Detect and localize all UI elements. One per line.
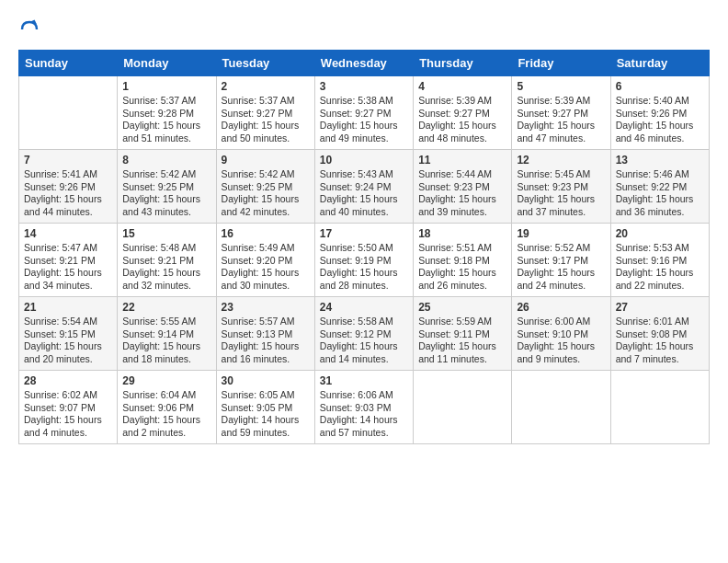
day-info-line: Daylight: 15 hours [320, 120, 408, 132]
day-info-line: Sunrise: 5:55 AM [122, 316, 210, 328]
day-info-line: Sunset: 9:27 PM [517, 108, 605, 121]
calendar-cell: 13Sunrise: 5:46 AMSunset: 9:22 PMDayligh… [610, 150, 709, 224]
day-info-line: Sunrise: 5:53 AM [616, 242, 704, 255]
calendar-cell: 9Sunrise: 5:42 AMSunset: 9:25 PMDaylight… [216, 150, 314, 224]
day-info-line: and 37 minutes. [517, 206, 605, 219]
day-info-line: and 43 minutes. [122, 206, 210, 219]
day-info-line: Daylight: 15 hours [222, 267, 310, 280]
calendar-cell: 6Sunrise: 5:40 AMSunset: 9:26 PMDaylight… [610, 76, 709, 150]
calendar-table: SundayMondayTuesdayWednesdayThursdayFrid… [18, 50, 710, 444]
day-info-line: Sunrise: 5:41 AM [24, 168, 112, 181]
day-number: 5 [517, 80, 605, 93]
day-info-line: Sunset: 9:20 PM [222, 255, 310, 268]
day-number: 18 [418, 227, 506, 240]
calendar-cell: 30Sunrise: 6:05 AMSunset: 9:05 PMDayligh… [216, 371, 314, 444]
calendar-week-2: 7Sunrise: 5:41 AMSunset: 9:26 PMDaylight… [19, 150, 710, 224]
day-number: 24 [320, 301, 408, 314]
day-number: 22 [122, 301, 210, 314]
day-info-line: and 7 minutes. [616, 353, 704, 366]
calendar-cell: 27Sunrise: 6:01 AMSunset: 9:08 PMDayligh… [610, 297, 709, 371]
day-info-line: Daylight: 15 hours [616, 267, 704, 280]
day-info-line: Sunset: 9:03 PM [320, 402, 408, 415]
calendar-cell: 18Sunrise: 5:51 AMSunset: 9:18 PMDayligh… [414, 224, 512, 297]
day-info-line: and 32 minutes. [122, 280, 210, 293]
day-info-line: Sunrise: 6:01 AM [616, 316, 704, 328]
calendar-cell: 23Sunrise: 5:57 AMSunset: 9:13 PMDayligh… [216, 297, 314, 371]
day-info-line: Daylight: 15 hours [517, 267, 605, 280]
day-info-line: Sunset: 9:21 PM [24, 255, 112, 268]
calendar-week-3: 14Sunrise: 5:47 AMSunset: 9:21 PMDayligh… [19, 224, 710, 297]
day-number: 7 [24, 154, 112, 167]
day-info-line: Daylight: 15 hours [616, 120, 704, 132]
calendar-cell: 15Sunrise: 5:48 AMSunset: 9:21 PMDayligh… [118, 224, 216, 297]
weekday-header-sunday: Sunday [19, 51, 118, 76]
day-info-line: and 57 minutes. [320, 427, 408, 440]
day-info-line: Sunrise: 5:42 AM [122, 168, 210, 181]
day-number: 10 [320, 154, 408, 167]
day-info-line: Sunrise: 5:38 AM [320, 95, 408, 108]
calendar-cell: 31Sunrise: 6:06 AMSunset: 9:03 PMDayligh… [314, 371, 413, 444]
day-info-line: Daylight: 15 hours [320, 267, 408, 280]
day-info-line: Sunset: 9:24 PM [320, 181, 408, 194]
calendar-header: SundayMondayTuesdayWednesdayThursdayFrid… [19, 51, 710, 76]
day-info-line: Sunrise: 6:00 AM [517, 316, 605, 328]
day-info-line: Sunrise: 6:05 AM [222, 389, 310, 402]
day-info-line: Sunset: 9:27 PM [222, 108, 310, 121]
calendar-cell: 1Sunrise: 5:37 AMSunset: 9:28 PMDaylight… [118, 76, 216, 150]
day-info-line: Sunset: 9:06 PM [122, 402, 210, 415]
day-info-line: Daylight: 15 hours [122, 414, 210, 427]
day-info-line: Daylight: 15 hours [320, 193, 408, 206]
day-info-line: Sunset: 9:15 PM [24, 328, 112, 341]
calendar-cell: 17Sunrise: 5:50 AMSunset: 9:19 PMDayligh… [314, 224, 413, 297]
day-number: 21 [24, 301, 112, 314]
day-info-line: Daylight: 15 hours [517, 193, 605, 206]
day-number: 27 [616, 301, 704, 314]
day-number: 2 [222, 80, 310, 93]
day-info-line: and 40 minutes. [320, 206, 408, 219]
day-info-line: and 4 minutes. [24, 427, 112, 440]
day-info-line: Sunset: 9:07 PM [24, 402, 112, 415]
day-info-line: Sunset: 9:10 PM [517, 328, 605, 341]
day-info-line: and 26 minutes. [418, 280, 506, 293]
day-info-line: and 59 minutes. [222, 427, 310, 440]
day-info-line: Sunset: 9:13 PM [222, 328, 310, 341]
day-info-line: Sunset: 9:25 PM [122, 181, 210, 194]
day-info-line: Sunrise: 5:58 AM [320, 316, 408, 328]
day-info-line: Sunset: 9:26 PM [616, 108, 704, 121]
day-number: 11 [418, 154, 506, 167]
day-info-line: Sunrise: 5:45 AM [517, 168, 605, 181]
day-info-line: and 24 minutes. [517, 280, 605, 293]
day-info-line: Sunrise: 5:49 AM [222, 242, 310, 255]
calendar-cell: 12Sunrise: 5:45 AMSunset: 9:23 PMDayligh… [512, 150, 610, 224]
day-info-line: Sunrise: 5:39 AM [517, 95, 605, 108]
day-number: 26 [517, 301, 605, 314]
day-number: 8 [122, 154, 210, 167]
weekday-header-monday: Monday [118, 51, 216, 76]
weekday-header-friday: Friday [512, 51, 610, 76]
calendar-cell [610, 371, 709, 444]
day-info-line: Sunset: 9:28 PM [122, 108, 210, 121]
day-info-line: and 34 minutes. [24, 280, 112, 293]
page-header [18, 18, 710, 40]
day-info-line: Sunrise: 5:54 AM [24, 316, 112, 328]
day-info-line: Daylight: 15 hours [122, 120, 210, 132]
day-info-line: Sunset: 9:27 PM [418, 108, 506, 121]
day-info-line: Sunset: 9:11 PM [418, 328, 506, 341]
day-info-line: Sunset: 9:17 PM [517, 255, 605, 268]
day-number: 23 [222, 301, 310, 314]
calendar-cell [414, 371, 512, 444]
day-info-line: Sunset: 9:27 PM [320, 108, 408, 121]
day-number: 16 [222, 227, 310, 240]
day-number: 4 [418, 80, 506, 93]
day-info-line: Daylight: 15 hours [418, 120, 506, 132]
day-number: 17 [320, 227, 408, 240]
day-info-line: Sunset: 9:19 PM [320, 255, 408, 268]
day-info-line: and 42 minutes. [222, 206, 310, 219]
day-number: 19 [517, 227, 605, 240]
day-info-line: and 49 minutes. [320, 132, 408, 145]
day-info-line: and 50 minutes. [222, 132, 310, 145]
day-number: 25 [418, 301, 506, 314]
day-info-line: and 16 minutes. [222, 353, 310, 366]
day-info-line: Sunset: 9:25 PM [222, 181, 310, 194]
day-info-line: Sunrise: 5:37 AM [222, 95, 310, 108]
